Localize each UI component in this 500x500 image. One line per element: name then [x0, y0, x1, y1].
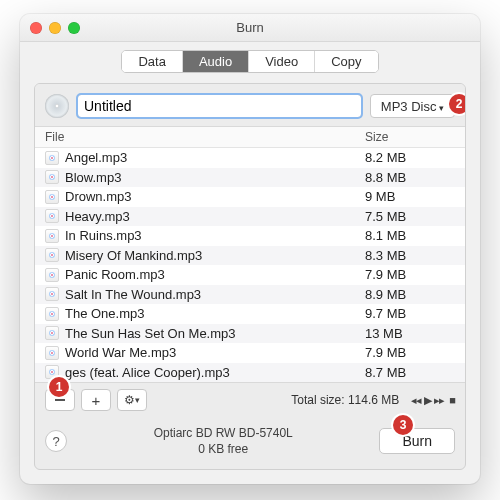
- file-name: Angel.mp3: [65, 150, 365, 165]
- action-menu-button[interactable]: [117, 389, 147, 411]
- table-row[interactable]: ges (feat. Alice Cooper).mp38.7 MB: [35, 363, 465, 383]
- file-icon: [45, 326, 59, 340]
- table-row[interactable]: In Ruins.mp38.1 MB: [35, 226, 465, 246]
- file-size: 8.8 MB: [365, 170, 455, 185]
- next-track-icon[interactable]: ▸▸: [434, 394, 444, 407]
- file-icon: [45, 307, 59, 321]
- table-row[interactable]: Heavy.mp37.5 MB: [35, 207, 465, 227]
- window-controls: [30, 22, 80, 34]
- callout-2: 2: [449, 94, 466, 114]
- transport-controls[interactable]: ◂◂ ▶ ▸▸ ■: [411, 394, 455, 407]
- titlebar: Burn: [20, 14, 480, 42]
- file-name: World War Me.mp3: [65, 345, 365, 360]
- table-toolbar: + Total size: 114.6 MB ◂◂ ▶ ▸▸ ■ 1: [35, 383, 465, 417]
- help-button[interactable]: ?: [45, 430, 67, 452]
- file-size: 9 MB: [365, 189, 455, 204]
- callout-1: 1: [49, 377, 69, 397]
- table-row[interactable]: Salt In The Wound.mp38.9 MB: [35, 285, 465, 305]
- close-icon[interactable]: [30, 22, 42, 34]
- drive-info: Optiarc BD RW BD-5740L 0 KB free: [67, 425, 379, 457]
- table-header: File Size: [35, 127, 465, 148]
- play-icon[interactable]: ▶: [424, 394, 431, 407]
- table-row[interactable]: Blow.mp38.8 MB: [35, 168, 465, 188]
- drive-free: 0 KB free: [67, 441, 379, 457]
- disc-type-button[interactable]: MP3 Disc: [370, 94, 455, 118]
- total-size: Total size: 114.6 MB: [291, 393, 399, 407]
- file-icon: [45, 268, 59, 282]
- disc-title-input[interactable]: [77, 94, 362, 118]
- mode-tabs: Data Audio Video Copy: [20, 42, 480, 83]
- total-size-value: 114.6 MB: [348, 393, 399, 407]
- window-title: Burn: [236, 20, 263, 35]
- file-icon: [45, 209, 59, 223]
- file-size: 8.3 MB: [365, 248, 455, 263]
- table-row[interactable]: The Sun Has Set On Me.mp313 MB: [35, 324, 465, 344]
- table-row[interactable]: The One.mp39.7 MB: [35, 304, 465, 324]
- file-size: 7.5 MB: [365, 209, 455, 224]
- file-name: Salt In The Wound.mp3: [65, 287, 365, 302]
- file-size: 8.9 MB: [365, 287, 455, 302]
- file-icon: [45, 287, 59, 301]
- file-name: Misery Of Mankind.mp3: [65, 248, 365, 263]
- file-icon: [45, 151, 59, 165]
- file-icon: [45, 248, 59, 262]
- add-button[interactable]: +: [81, 389, 111, 411]
- file-icon: [45, 190, 59, 204]
- drive-name: Optiarc BD RW BD-5740L: [67, 425, 379, 441]
- callout-3: 3: [393, 415, 413, 435]
- file-name: Blow.mp3: [65, 170, 365, 185]
- file-name: ges (feat. Alice Cooper).mp3: [65, 365, 365, 380]
- file-name: Panic Room.mp3: [65, 267, 365, 282]
- tab-copy[interactable]: Copy: [315, 51, 377, 72]
- file-icon: [45, 346, 59, 360]
- zoom-icon[interactable]: [68, 22, 80, 34]
- file-size: 13 MB: [365, 326, 455, 341]
- file-name: The Sun Has Set On Me.mp3: [65, 326, 365, 341]
- file-name: The One.mp3: [65, 306, 365, 321]
- content-panel: MP3 Disc 2 File Size Angel.mp38.2 MBBlow…: [34, 83, 466, 470]
- tab-data[interactable]: Data: [122, 51, 182, 72]
- prev-track-icon[interactable]: ◂◂: [411, 394, 421, 407]
- tab-video[interactable]: Video: [249, 51, 315, 72]
- file-icon: [45, 229, 59, 243]
- table-row[interactable]: Misery Of Mankind.mp38.3 MB: [35, 246, 465, 266]
- file-size: 8.1 MB: [365, 228, 455, 243]
- file-size: 7.9 MB: [365, 345, 455, 360]
- file-size: 7.9 MB: [365, 267, 455, 282]
- table-row[interactable]: World War Me.mp37.9 MB: [35, 343, 465, 363]
- table-row[interactable]: Panic Room.mp37.9 MB: [35, 265, 465, 285]
- file-size: 9.7 MB: [365, 306, 455, 321]
- table-row[interactable]: Angel.mp38.2 MB: [35, 148, 465, 168]
- table-body: Angel.mp38.2 MBBlow.mp38.8 MBDrown.mp39 …: [35, 148, 465, 382]
- disc-icon: [45, 94, 69, 118]
- minimize-icon[interactable]: [49, 22, 61, 34]
- file-name: Drown.mp3: [65, 189, 365, 204]
- file-name: Heavy.mp3: [65, 209, 365, 224]
- file-name: In Ruins.mp3: [65, 228, 365, 243]
- stop-icon[interactable]: ■: [447, 394, 455, 407]
- file-icon: [45, 170, 59, 184]
- tab-audio[interactable]: Audio: [183, 51, 249, 72]
- file-size: 8.2 MB: [365, 150, 455, 165]
- total-size-label: Total size:: [291, 393, 344, 407]
- table-row[interactable]: Drown.mp39 MB: [35, 187, 465, 207]
- file-size: 8.7 MB: [365, 365, 455, 380]
- file-table: File Size Angel.mp38.2 MBBlow.mp38.8 MBD…: [35, 126, 465, 383]
- col-size[interactable]: Size: [365, 130, 455, 144]
- col-file[interactable]: File: [45, 130, 365, 144]
- footer: ? Optiarc BD RW BD-5740L 0 KB free Burn …: [35, 417, 465, 469]
- burn-window: Burn Data Audio Video Copy MP3 Disc 2 Fi…: [20, 14, 480, 484]
- burn-button[interactable]: Burn: [379, 428, 455, 454]
